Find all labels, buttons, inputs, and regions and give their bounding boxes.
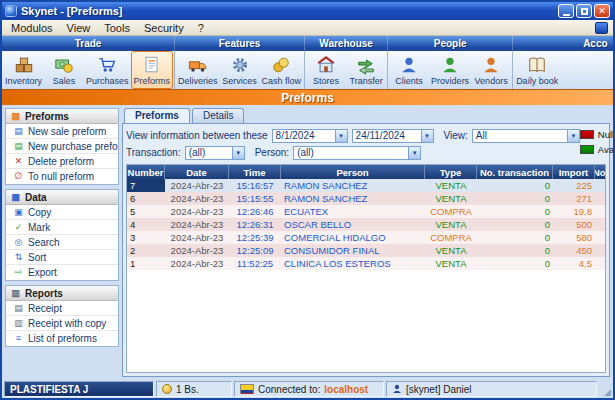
table-cell[interactable]: 225 (553, 179, 595, 192)
toolbar-button-vendors[interactable]: Vendors (471, 51, 511, 89)
table-cell[interactable]: RAMON SANCHEZ (281, 192, 425, 205)
toolbar-button-daily-book[interactable]: Daily book (514, 51, 560, 89)
table-cell[interactable]: 6 (127, 192, 165, 205)
table-cell[interactable]: 4,5 (553, 257, 595, 270)
sidebar-item-export[interactable]: ⇨Export (6, 265, 118, 280)
sidebar-item-delete-preform[interactable]: ✕Delete preform (6, 154, 118, 169)
table-cell[interactable]: CONSUMIDOR FINAL (281, 244, 425, 257)
sidebar-item-list-of-preforms[interactable]: ≡List of preforms (6, 331, 118, 346)
resize-grip[interactable]: ◢ (599, 381, 611, 397)
table-cell[interactable]: 2024-Abr-23 (165, 231, 229, 244)
tab-preforms[interactable]: Preforms (124, 108, 190, 123)
grid-header-type[interactable]: Type (425, 165, 477, 179)
close-button[interactable]: ✕ (594, 4, 610, 18)
minimize-button[interactable] (558, 4, 574, 18)
table-cell[interactable]: VENTA (425, 192, 477, 205)
table-cell[interactable]: 0 (477, 231, 553, 244)
chevron-down-icon[interactable]: ▼ (421, 130, 433, 142)
table-cell[interactable]: 0 (477, 257, 553, 270)
grid-header-person[interactable]: Person (281, 165, 425, 179)
table-cell[interactable]: 450 (553, 244, 595, 257)
table-cell[interactable] (595, 218, 605, 231)
menu-item-modulos[interactable]: Modulos (4, 21, 60, 35)
view-combo[interactable]: All ▼ (472, 129, 580, 143)
table-cell[interactable] (595, 179, 605, 192)
table-cell[interactable]: 580 (553, 231, 595, 244)
menu-item-help[interactable]: ? (191, 21, 211, 35)
grid-header-date[interactable]: Date (165, 165, 229, 179)
table-cell[interactable]: 2024-Abr-23 (165, 205, 229, 218)
toolbar-button-deliveries[interactable]: Deliveries (176, 51, 220, 89)
table-cell[interactable] (595, 244, 605, 257)
grid-header-import[interactable]: Import (553, 165, 595, 179)
toolbar-button-transfer[interactable]: Transfer (346, 51, 386, 89)
sidebar-item-to-null-preform[interactable]: ∅To null preform (6, 169, 118, 184)
table-cell[interactable]: 0 (477, 218, 553, 231)
table-cell[interactable]: 19,8 (553, 205, 595, 218)
table-cell[interactable]: 15:15:55 (229, 192, 281, 205)
sidebar-item-new-purchase-preform[interactable]: ▤New purchase preform (6, 139, 118, 154)
table-cell[interactable]: 12:25:09 (229, 244, 281, 257)
table-cell[interactable]: 0 (477, 192, 553, 205)
chevron-down-icon[interactable]: ▼ (567, 130, 579, 142)
menu-item-view[interactable]: View (60, 21, 98, 35)
sidebar-item-receipt[interactable]: ▤Receipt (6, 301, 118, 316)
grid-header-note[interactable]: Note (595, 165, 606, 179)
table-cell[interactable]: 12:25:39 (229, 231, 281, 244)
table-cell[interactable]: VENTA (425, 257, 477, 270)
table-cell[interactable]: 12:26:31 (229, 218, 281, 231)
table-cell[interactable]: 11:52:25 (229, 257, 281, 270)
table-cell[interactable]: RAMON SANCHEZ (281, 179, 425, 192)
table-cell[interactable] (595, 257, 605, 270)
sidebar-item-new-sale-preform[interactable]: ▤New sale preform (6, 124, 118, 139)
toolbar-button-preforms[interactable]: Preforms (131, 51, 174, 89)
table-cell[interactable]: COMERCIAL HIDALGO (281, 231, 425, 244)
toolbar-button-purchases[interactable]: Purchases (84, 51, 131, 89)
grid-header-time[interactable]: Time (229, 165, 281, 179)
mdi-window-button[interactable] (595, 22, 608, 34)
title-bar[interactable]: Skynet - [Preforms] ✕ (2, 2, 613, 20)
table-cell[interactable]: 5 (127, 205, 165, 218)
table-row[interactable]: 72024-Abr-2315:16:57RAMON SANCHEZVENTA02… (127, 179, 605, 192)
toolbar-button-stores[interactable]: Stores (306, 51, 346, 89)
table-cell[interactable]: VENTA (425, 244, 477, 257)
sidebar-item-mark[interactable]: ✓Mark (6, 220, 118, 235)
table-cell[interactable]: 2024-Abr-23 (165, 257, 229, 270)
table-cell[interactable]: 3 (127, 231, 165, 244)
table-row[interactable]: 22024-Abr-2312:25:09CONSUMIDOR FINALVENT… (127, 244, 605, 257)
table-cell[interactable]: COMPRA (425, 231, 477, 244)
table-cell[interactable] (595, 231, 605, 244)
table-cell[interactable] (595, 205, 605, 218)
toolbar-button-clients[interactable]: Clients (389, 51, 429, 89)
toolbar-button-services[interactable]: Services (220, 51, 260, 89)
sidebar-item-receipt-with-copy[interactable]: ▥Receipt with copy (6, 316, 118, 331)
sidebar-item-search[interactable]: ◎Search (6, 235, 118, 250)
table-cell[interactable]: 2024-Abr-23 (165, 218, 229, 231)
grid-header-number[interactable]: Number (127, 165, 165, 179)
menu-item-tools[interactable]: Tools (97, 21, 137, 35)
maximize-button[interactable] (576, 4, 592, 18)
toolbar-button-inventory[interactable]: Inventory (3, 51, 44, 89)
toolbar-button-cash-flow[interactable]: Cash flow (260, 51, 304, 89)
table-cell[interactable]: ECUATEX (281, 205, 425, 218)
table-cell[interactable]: 0 (477, 244, 553, 257)
table-cell[interactable]: 15:16:57 (229, 179, 281, 192)
menu-item-security[interactable]: Security (137, 21, 191, 35)
table-row[interactable]: 32024-Abr-2312:25:39COMERCIAL HIDALGOCOM… (127, 231, 605, 244)
table-cell[interactable]: 7 (127, 179, 165, 192)
toolbar-button-sales[interactable]: Sales (44, 51, 84, 89)
sidebar-item-sort[interactable]: ⇅Sort (6, 250, 118, 265)
table-cell[interactable]: VENTA (425, 179, 477, 192)
tab-details[interactable]: Details (192, 108, 245, 123)
table-cell[interactable]: 2 (127, 244, 165, 257)
table-cell[interactable]: VENTA (425, 218, 477, 231)
grid-header-no-transaction[interactable]: No. transaction (477, 165, 553, 179)
date-to-combo[interactable]: 24/11/2024 ▼ (352, 129, 434, 143)
table-row[interactable]: 62024-Abr-2315:15:55RAMON SANCHEZVENTA02… (127, 192, 605, 205)
table-cell[interactable]: 2024-Abr-23 (165, 179, 229, 192)
transaction-combo[interactable]: (all) ▼ (185, 146, 245, 160)
toolbar-button-providers[interactable]: Providers (429, 51, 471, 89)
table-cell[interactable]: OSCAR BELLO (281, 218, 425, 231)
chevron-down-icon[interactable]: ▼ (232, 147, 244, 159)
table-cell[interactable]: 0 (477, 205, 553, 218)
